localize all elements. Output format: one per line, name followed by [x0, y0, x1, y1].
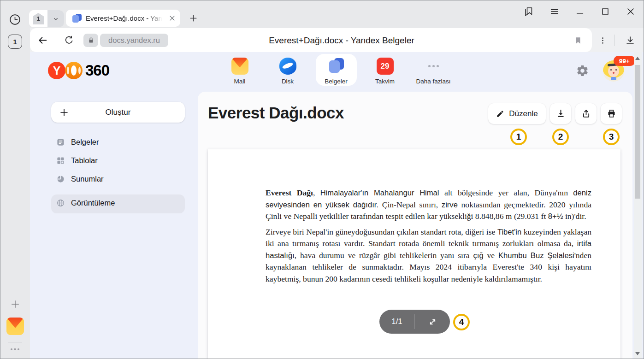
sidebar-item-sunumlar[interactable]: Sunumlar	[56, 173, 181, 184]
share-icon	[581, 109, 591, 118]
page-title-center: Everest+Dağı.docx - Yandex Belgeler	[185, 34, 498, 47]
avatar-bow	[611, 77, 616, 80]
bookmarks-icon	[523, 6, 534, 17]
side-panel-tab-counter[interactable]: 1	[8, 35, 22, 49]
bookmark-flag-icon	[574, 35, 582, 46]
sidebar-item-goruntuleme[interactable]: Görüntüleme	[51, 194, 185, 213]
tab-group-button[interactable]: 1	[29, 10, 64, 27]
downloads-button[interactable]	[623, 34, 638, 47]
download-icon	[556, 109, 566, 118]
nav-item-more[interactable]: Daha fazlası	[408, 58, 459, 85]
table-icon	[56, 156, 65, 165]
print-button[interactable]	[601, 103, 622, 124]
page-indicator-text: 1/1	[379, 317, 414, 326]
tab-group-expand[interactable]	[47, 10, 64, 27]
download-document-button[interactable]	[550, 103, 571, 124]
yandex-docs-favicon	[72, 14, 82, 23]
tab-close-button[interactable]	[169, 15, 176, 22]
strip-mail-button[interactable]	[6, 318, 24, 335]
pencil-icon	[496, 110, 504, 118]
edit-button-label: Düzenle	[509, 109, 538, 118]
close-icon	[169, 15, 176, 22]
strip-divider	[8, 342, 22, 342]
document-icon	[56, 138, 65, 147]
minimize-button[interactable]	[573, 5, 586, 18]
hamburger-icon	[549, 6, 560, 17]
360-orb-icon	[65, 62, 83, 79]
kebab-menu-icon	[599, 36, 607, 45]
settings-button[interactable]	[575, 63, 590, 78]
nav-item-mail[interactable]: Mail	[219, 58, 260, 85]
history-button[interactable]	[8, 12, 22, 26]
browser-window: 1 Everest+Dağı.docx - Yan	[0, 0, 644, 359]
dots-icon	[11, 348, 13, 351]
active-tab[interactable]: Everest+Dağı.docx - Yan	[66, 10, 180, 27]
plus-icon	[10, 299, 20, 309]
edit-button[interactable]: Düzenle	[488, 103, 546, 124]
url-text-chip[interactable]: docs.yandex.ru	[100, 34, 168, 47]
globe-icon	[56, 199, 65, 207]
strip-add-button[interactable]	[9, 298, 22, 311]
toolbar-divider	[614, 35, 614, 46]
annotation-circle-3: 3	[603, 129, 620, 145]
lock-icon	[88, 37, 95, 44]
logo-360-text: 360	[85, 62, 109, 79]
tab-title: Everest+Dağı.docx - Yan	[86, 14, 162, 22]
document-paragraphs: Everest Dağı, Himalayalar'ın Mahalangur …	[266, 187, 591, 288]
plus-icon	[59, 107, 69, 118]
sidebar-item-belgeler[interactable]: Belgeler	[56, 136, 181, 147]
nav-item-takvim[interactable]: 29 Takvim	[364, 58, 406, 85]
nav-item-belgeler[interactable]: Belgeler	[315, 58, 357, 85]
create-button[interactable]: Oluştur	[51, 102, 185, 123]
download-arrow-icon	[625, 35, 636, 46]
collections-button[interactable]	[522, 5, 535, 18]
yandex-y-icon: Y	[48, 62, 65, 79]
chevron-down-icon	[52, 15, 59, 23]
notifications-badge: 99+	[614, 56, 635, 66]
mail-app-icon	[231, 58, 248, 75]
create-button-label: Oluştur	[106, 108, 131, 117]
maximize-icon	[600, 6, 610, 17]
page-indicator-pill[interactable]: 1/1	[379, 310, 450, 334]
fullscreen-button[interactable]	[415, 317, 450, 327]
maximize-button[interactable]	[599, 5, 612, 18]
expand-icon	[428, 317, 437, 327]
docs-app-icon	[328, 58, 345, 75]
page-scrollbar[interactable]	[634, 52, 642, 359]
nav-item-disk[interactable]: Disk	[267, 58, 308, 85]
close-window-button[interactable]	[624, 5, 637, 18]
scroll-down-arrow[interactable]	[635, 352, 640, 355]
clock-icon	[9, 13, 21, 26]
disk-app-icon	[279, 58, 296, 75]
back-arrow-icon	[37, 35, 48, 46]
printer-icon	[607, 109, 616, 118]
extensions-menu-button[interactable]	[596, 34, 609, 47]
share-button[interactable]	[575, 103, 597, 124]
plus-icon	[189, 14, 198, 23]
close-icon	[626, 6, 636, 17]
document-title: Everest Dağı.docx	[208, 104, 344, 122]
bookmark-button[interactable]	[571, 34, 585, 47]
sidebar-item-tablolar[interactable]: Tablolar	[56, 155, 181, 166]
new-tab-button[interactable]	[186, 11, 201, 25]
site-security-chip[interactable]	[83, 34, 98, 47]
browser-menu-button[interactable]	[548, 5, 561, 18]
scroll-up-arrow[interactable]	[635, 57, 640, 60]
minimize-icon	[575, 6, 585, 17]
strip-more-button[interactable]	[8, 345, 22, 353]
annotation-circle-2: 2	[552, 129, 569, 145]
avatar-face	[608, 65, 619, 77]
yandex-360-logo[interactable]: Y 360	[48, 61, 122, 80]
tab-group-count: 1	[33, 13, 44, 24]
reload-icon	[64, 35, 74, 46]
more-dots-icon	[425, 58, 442, 75]
calendar-app-icon: 29	[377, 58, 394, 75]
annotation-circle-1: 1	[510, 129, 527, 145]
presentation-icon	[56, 175, 65, 183]
back-button[interactable]	[35, 34, 49, 47]
gear-icon	[576, 64, 589, 77]
reload-button[interactable]	[62, 34, 76, 47]
annotation-circle-4: 4	[453, 314, 470, 330]
scrollbar-thumb[interactable]	[635, 65, 640, 199]
